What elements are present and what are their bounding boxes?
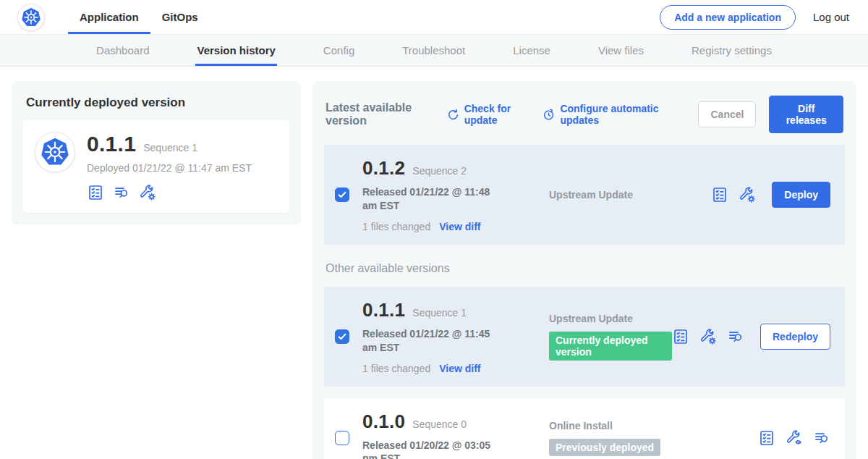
version-checkbox[interactable] — [335, 188, 349, 202]
version-actions — [758, 429, 830, 447]
latest-version-header: Latest available version Check for updat… — [326, 96, 843, 133]
latest-available-title: Latest available version — [326, 101, 433, 127]
version-row-0-1-0: 0.1.0 Sequence 0 Released 01/20/22 @ 03:… — [324, 398, 845, 459]
view-diff-link[interactable]: View diff — [439, 221, 480, 232]
edit-config-icon[interactable] — [739, 186, 756, 203]
current-sequence-label: Sequence 1 — [143, 142, 197, 153]
tab-application-label: Application — [80, 11, 139, 23]
check-for-update-link[interactable]: Check for update — [446, 103, 529, 126]
subnav-item-license[interactable]: License — [511, 35, 552, 66]
current-version-number: 0.1.1 — [87, 132, 136, 156]
release-notes-icon[interactable] — [87, 184, 104, 201]
diff-icon[interactable] — [727, 328, 744, 345]
cancel-button[interactable]: Cancel — [698, 101, 756, 127]
tab-gitops[interactable]: GitOps — [150, 0, 210, 34]
version-source: Upstream Update — [517, 189, 711, 201]
edit-config-icon[interactable] — [139, 184, 156, 201]
deployed-timestamp: Deployed 01/21/22 @ 11:47 am EST — [87, 162, 252, 174]
other-available-versions-title: Other available versions — [326, 262, 843, 275]
subnav-item-config[interactable]: Config — [322, 35, 356, 66]
version-actions: Redeploy — [672, 324, 830, 350]
previously-deployed-badge: Previously deployed — [549, 439, 660, 456]
version-actions: Deploy — [711, 182, 830, 208]
schedule-icon — [542, 108, 556, 122]
check-for-update-label: Check for update — [464, 103, 529, 126]
currently-deployed-title: Currently deployed version — [26, 96, 286, 110]
release-notes-icon[interactable] — [711, 186, 728, 203]
application-icon — [35, 132, 75, 172]
files-changed-label: 1 files changed — [362, 221, 430, 232]
sequence-label: Sequence 0 — [412, 418, 467, 430]
diff-releases-button[interactable]: Diff releases — [769, 96, 843, 133]
current-version-inner-card: 0.1.1 Sequence 1 Deployed 01/21/22 @ 11:… — [23, 120, 289, 213]
subnav-item-troubleshoot[interactable]: Troubleshoot — [401, 35, 467, 66]
main-content: Currently deployed version 0.1.1 Sequenc… — [0, 67, 868, 459]
source-label: Upstream Update — [549, 313, 672, 324]
top-nav: Application GitOps — [68, 0, 210, 34]
source-label: Online Install — [549, 420, 758, 431]
version-history-panel: Latest available version Check for updat… — [312, 81, 856, 459]
view-config-icon[interactable] — [786, 429, 803, 447]
redeploy-button[interactable]: Redeploy — [760, 324, 830, 350]
version-checkbox[interactable] — [335, 431, 349, 445]
version-number: 0.1.1 — [362, 299, 405, 321]
refresh-icon — [446, 108, 460, 122]
subnav-item-view-files[interactable]: View files — [597, 35, 645, 66]
version-info: 0.1.1 Sequence 1 Released 01/21/22 @ 11:… — [362, 299, 517, 374]
currently-deployed-card: Currently deployed version 0.1.1 Sequenc… — [12, 81, 301, 224]
files-changed-label: 1 files changed — [362, 363, 430, 374]
view-diff-link[interactable]: View diff — [439, 363, 480, 374]
app-subnav: Dashboard Version history Config Trouble… — [0, 35, 868, 67]
subnav-item-dashboard[interactable]: Dashboard — [95, 35, 150, 66]
released-timestamp: Released 01/20/22 @ 03:05 pm EST — [362, 439, 504, 459]
deploy-button[interactable]: Deploy — [772, 182, 830, 208]
version-source: Upstream Update Currently deployed versi… — [517, 313, 672, 361]
top-header: Application GitOps Add a new application… — [0, 0, 868, 35]
current-version-info: 0.1.1 Sequence 1 Deployed 01/21/22 @ 11:… — [87, 132, 252, 201]
current-version-actions — [87, 184, 252, 201]
subnav-item-registry-settings[interactable]: Registry settings — [690, 35, 773, 66]
subnav-item-version-history[interactable]: Version history — [195, 35, 276, 66]
kubernetes-logo — [17, 4, 45, 31]
version-number: 0.1.0 — [362, 410, 405, 433]
version-row-0-1-1: 0.1.1 Sequence 1 Released 01/21/22 @ 11:… — [324, 287, 845, 387]
released-timestamp: Released 01/21/22 @ 11:45 am EST — [362, 327, 504, 355]
version-checkbox[interactable] — [335, 329, 349, 344]
diff-icon[interactable] — [113, 184, 130, 201]
tab-gitops-label: GitOps — [162, 11, 198, 23]
released-timestamp: Released 01/21/22 @ 11:48 am EST — [362, 185, 504, 213]
sequence-label: Sequence 1 — [412, 307, 467, 319]
diff-icon[interactable] — [813, 429, 830, 447]
currently-deployed-badge: Currently deployed version — [549, 332, 672, 361]
version-source: Online Install Previously deployed — [517, 420, 758, 456]
edit-config-icon[interactable] — [699, 328, 717, 345]
configure-updates-label: Configure automatic updates — [560, 103, 672, 126]
tab-application[interactable]: Application — [68, 0, 150, 34]
version-info: 0.1.2 Sequence 2 Released 01/21/22 @ 11:… — [362, 157, 517, 232]
sequence-label: Sequence 2 — [412, 165, 467, 177]
version-number: 0.1.2 — [362, 157, 405, 180]
version-row-0-1-2: 0.1.2 Sequence 2 Released 01/21/22 @ 11:… — [324, 145, 845, 245]
configure-automatic-updates-link[interactable]: Configure automatic updates — [542, 103, 672, 126]
add-application-button[interactable]: Add a new application — [660, 5, 796, 30]
logout-link[interactable]: Log out — [813, 11, 849, 23]
release-notes-icon[interactable] — [758, 429, 775, 447]
release-notes-icon[interactable] — [672, 328, 689, 345]
version-info: 0.1.0 Sequence 0 Released 01/20/22 @ 03:… — [362, 410, 517, 459]
top-right-actions: Add a new application Log out — [660, 5, 849, 30]
source-label: Upstream Update — [549, 189, 711, 201]
